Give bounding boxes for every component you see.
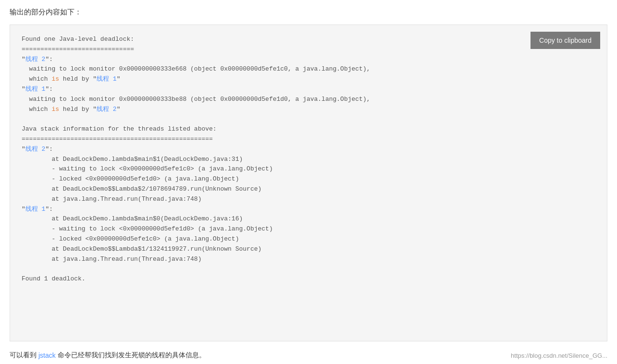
footer-jstack-link[interactable]: jstack (38, 352, 56, 359)
code-line-4: waiting to lock monitor 0x000000000333e6… (22, 65, 370, 73)
code-line-16: at DeadLockDemo$$Lambda$2/1078694789.run… (22, 185, 261, 193)
copy-to-clipboard-button[interactable]: Copy to clipboard (531, 32, 600, 49)
footer-left: 可以看到 jstack 命令已经帮我们找到发生死锁的线程的具体信息。 (10, 351, 206, 360)
code-line-17: at java.lang.Thread.run(Thread.java:748) (22, 195, 201, 203)
footer-url: https://blog.csdn.net/Silence_GG... (511, 352, 607, 359)
footer-suffix: 命令已经帮我们找到发生死锁的线程的具体信息。 (58, 351, 206, 360)
code-content: Found one Java-level deadlock: =========… (22, 35, 595, 284)
code-line-19: at DeadLockDemo.lambda$main$0(DeadLockDe… (22, 215, 243, 222)
code-line-12: "线程 2": (22, 146, 53, 153)
code-line-3: "线程 2": (22, 56, 53, 63)
code-block-container: Copy to clipboard Found one Java-level d… (10, 24, 607, 341)
page-wrapper: 输出的部分内容如下： Copy to clipboard Found one J… (0, 0, 617, 364)
code-line-10: Java stack information for the threads l… (22, 125, 217, 133)
code-line-21: - locked <0x00000000d5efe1c0> (a java.la… (22, 235, 239, 243)
footer-prefix: 可以看到 (10, 351, 37, 360)
code-line-23: at java.lang.Thread.run(Thread.java:748) (22, 255, 201, 263)
code-line-1: Found one Java-level deadlock: (22, 36, 134, 43)
code-line-8: which is held by "线程 2" (22, 106, 120, 113)
code-line-22: at DeadLockDemo$$Lambda$1/1324119927.run… (22, 245, 261, 253)
code-line-18: "线程 1": (22, 206, 53, 213)
intro-text: 输出的部分内容如下： (10, 8, 607, 17)
code-line-14: - waiting to lock <0x00000000d5efe1c0> (… (22, 165, 273, 172)
code-line-20: - waiting to lock <0x00000000d5efe1d0> (… (22, 225, 273, 232)
footer-text: 可以看到 jstack 命令已经帮我们找到发生死锁的线程的具体信息。 https… (10, 351, 607, 360)
code-line-13: at DeadLockDemo.lambda$main$1(DeadLockDe… (22, 156, 243, 163)
code-line-7: waiting to lock monitor 0x000000000333be… (22, 96, 370, 103)
code-line-11: ========================================… (22, 135, 213, 143)
code-line-15: - locked <0x00000000d5efe1d0> (a java.la… (22, 175, 239, 182)
code-line-5: which is held by "线程 1" (22, 75, 120, 83)
code-line-2: ============================== (22, 46, 134, 53)
code-line-25: Found 1 deadlock. (22, 275, 86, 282)
code-line-6: "线程 1": (22, 85, 53, 93)
